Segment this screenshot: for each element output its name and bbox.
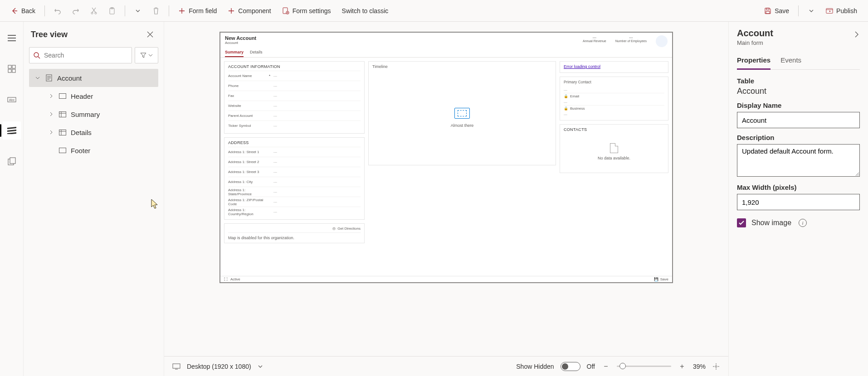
form-field[interactable]: Ticker Symbol--- bbox=[228, 121, 361, 130]
properties-title: Account bbox=[737, 28, 773, 39]
svg-rect-19 bbox=[59, 94, 66, 99]
svg-rect-6 bbox=[766, 8, 769, 10]
svg-rect-21 bbox=[59, 130, 66, 135]
tree-node-label: Details bbox=[71, 129, 92, 136]
section-address[interactable]: ADDRESS Address 1: Street 1---Address 1:… bbox=[224, 137, 365, 220]
fit-to-screen-button[interactable] bbox=[712, 362, 720, 371]
lock-icon: 🔒 bbox=[564, 94, 568, 98]
tree-node-account[interactable]: Account bbox=[29, 69, 158, 87]
zoom-out-button[interactable]: − bbox=[601, 362, 610, 371]
paste-more-button[interactable] bbox=[130, 3, 146, 19]
form-field[interactable]: Address 1: Country/Region--- bbox=[228, 207, 361, 217]
back-label: Back bbox=[21, 7, 35, 14]
section-icon bbox=[59, 92, 66, 100]
input-display-name[interactable] bbox=[737, 112, 860, 128]
form-field[interactable]: Website--- bbox=[228, 101, 361, 111]
command-bar: Back Form bbox=[0, 0, 868, 22]
form-field[interactable]: Address 1: ZIP/Postal Code--- bbox=[228, 197, 361, 207]
cut-button[interactable] bbox=[86, 3, 102, 19]
add-formfield-button[interactable]: Form field bbox=[174, 3, 221, 19]
redo-button[interactable] bbox=[68, 3, 84, 19]
card-primary-contact[interactable]: Primary Contact --- 🔒Email --- 🔒Business… bbox=[560, 77, 668, 121]
form-field[interactable]: Parent Account--- bbox=[228, 111, 361, 121]
section-timeline[interactable]: Timeline Almost there bbox=[368, 61, 556, 165]
properties-subtitle: Main form bbox=[737, 39, 773, 46]
rail-hamburger[interactable] bbox=[3, 29, 21, 47]
toggle-state: Off bbox=[587, 363, 595, 370]
form-field[interactable]: Fax--- bbox=[228, 91, 361, 101]
save-icon[interactable]: 💾 bbox=[654, 277, 658, 281]
tree-node-footer[interactable]: Footer bbox=[29, 141, 158, 159]
canvas-tab-details[interactable]: Details bbox=[250, 49, 263, 57]
info-icon[interactable]: i bbox=[799, 219, 807, 227]
show-hidden-toggle[interactable] bbox=[561, 362, 580, 371]
cursor-icon bbox=[151, 198, 160, 209]
card-contacts[interactable]: CONTACTS No data available. bbox=[560, 124, 668, 173]
section-map[interactable]: ◎Get Directions Map is disabled for this… bbox=[224, 223, 365, 243]
canvas-status-bar: Desktop (1920 x 1080) Show Hidden Off − … bbox=[164, 356, 728, 376]
form-field[interactable]: Account Name*--- bbox=[228, 71, 361, 81]
publish-icon bbox=[826, 7, 833, 14]
tree-node-label: Summary bbox=[71, 111, 100, 118]
properties-collapse-button[interactable] bbox=[853, 28, 860, 39]
form-canvas[interactable]: New Account Account ---Annual Revenue --… bbox=[219, 32, 673, 283]
publish-button[interactable]: Publish bbox=[821, 3, 862, 19]
rail-tree-view[interactable] bbox=[3, 121, 21, 140]
zoom-slider[interactable] bbox=[617, 366, 671, 367]
form-settings-button[interactable]: Form settings bbox=[278, 3, 336, 19]
tree-search[interactable] bbox=[29, 47, 132, 63]
section-account-information[interactable]: ACCOUNT INFORMATION Account Name*---Phon… bbox=[224, 61, 365, 134]
switch-classic-button[interactable]: Switch to classic bbox=[337, 3, 393, 19]
checkbox-show-image[interactable] bbox=[737, 218, 746, 227]
timeline-placeholder-icon bbox=[454, 108, 470, 119]
tree-node-label: Footer bbox=[71, 147, 90, 154]
form-field[interactable]: Address 1: Street 2--- bbox=[228, 157, 361, 167]
form-field[interactable]: Address 1: City--- bbox=[228, 177, 361, 187]
viewport-dropdown[interactable] bbox=[258, 364, 263, 369]
svg-text:Abc: Abc bbox=[9, 98, 15, 101]
input-description[interactable] bbox=[737, 144, 860, 177]
form-field[interactable]: Phone--- bbox=[228, 81, 361, 91]
zoom-in-button[interactable]: + bbox=[678, 362, 687, 371]
save-button[interactable]: Save bbox=[760, 3, 794, 19]
expand-icon[interactable]: ⛶ bbox=[224, 277, 228, 281]
canvas-tab-summary[interactable]: Summary bbox=[225, 49, 244, 57]
error-loading-link[interactable]: Error loading control bbox=[564, 64, 600, 69]
svg-rect-11 bbox=[8, 69, 11, 72]
card-error[interactable]: Error loading control bbox=[560, 61, 668, 73]
back-arrow-icon bbox=[11, 7, 18, 14]
tree-node-header[interactable]: Header bbox=[29, 87, 158, 105]
properties-panel: Account Main form Properties Events Tabl… bbox=[728, 22, 868, 376]
form-field[interactable]: Address 1: Street 1--- bbox=[228, 147, 361, 157]
canvas-subtitle: Account bbox=[225, 41, 256, 45]
paste-button[interactable] bbox=[104, 3, 120, 19]
rail-components[interactable] bbox=[3, 60, 21, 78]
tree-filter-button[interactable] bbox=[135, 47, 158, 63]
tab-properties[interactable]: Properties bbox=[737, 53, 770, 70]
svg-rect-16 bbox=[10, 158, 15, 164]
rail-form-libraries[interactable] bbox=[3, 152, 21, 170]
form-field[interactable]: Address 1: State/Province--- bbox=[228, 187, 361, 197]
form-field[interactable]: Address 1: Street 3--- bbox=[228, 167, 361, 177]
tree-search-input[interactable] bbox=[44, 52, 128, 59]
delete-button[interactable] bbox=[148, 3, 164, 19]
svg-rect-9 bbox=[8, 65, 11, 68]
tree-node-details[interactable]: Details bbox=[29, 123, 158, 141]
tree-close-button[interactable] bbox=[144, 28, 156, 41]
add-component-button[interactable]: Component bbox=[223, 3, 275, 19]
tree-title: Tree view bbox=[31, 30, 68, 39]
svg-rect-20 bbox=[59, 111, 66, 117]
rail-form-fields[interactable]: Abc bbox=[3, 91, 21, 109]
back-button[interactable]: Back bbox=[6, 3, 40, 19]
plus-icon bbox=[228, 7, 235, 14]
classic-label: Switch to classic bbox=[342, 7, 389, 14]
delete-icon bbox=[152, 7, 160, 14]
undo-button[interactable] bbox=[49, 3, 66, 19]
tree-node-summary[interactable]: Summary bbox=[29, 105, 158, 123]
label-display-name: Display Name bbox=[737, 101, 860, 109]
tree-panel: Tree view Account bbox=[24, 22, 164, 376]
input-max-width[interactable] bbox=[737, 194, 860, 210]
form-icon bbox=[45, 74, 53, 82]
tab-events[interactable]: Events bbox=[780, 53, 801, 69]
save-more-button[interactable] bbox=[803, 3, 819, 19]
